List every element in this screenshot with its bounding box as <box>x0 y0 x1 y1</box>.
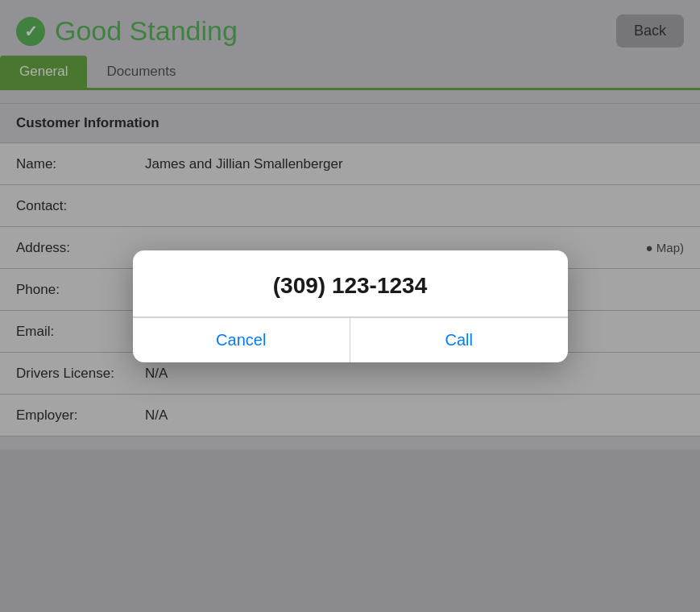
call-button[interactable]: Call <box>350 318 568 362</box>
cancel-button[interactable]: Cancel <box>133 318 351 362</box>
modal-overlay: (309) 123-1234 Cancel Call <box>0 0 700 612</box>
call-modal: (309) 123-1234 Cancel Call <box>133 250 568 362</box>
modal-phone-number: (309) 123-1234 <box>133 250 568 317</box>
modal-actions: Cancel Call <box>133 317 568 362</box>
